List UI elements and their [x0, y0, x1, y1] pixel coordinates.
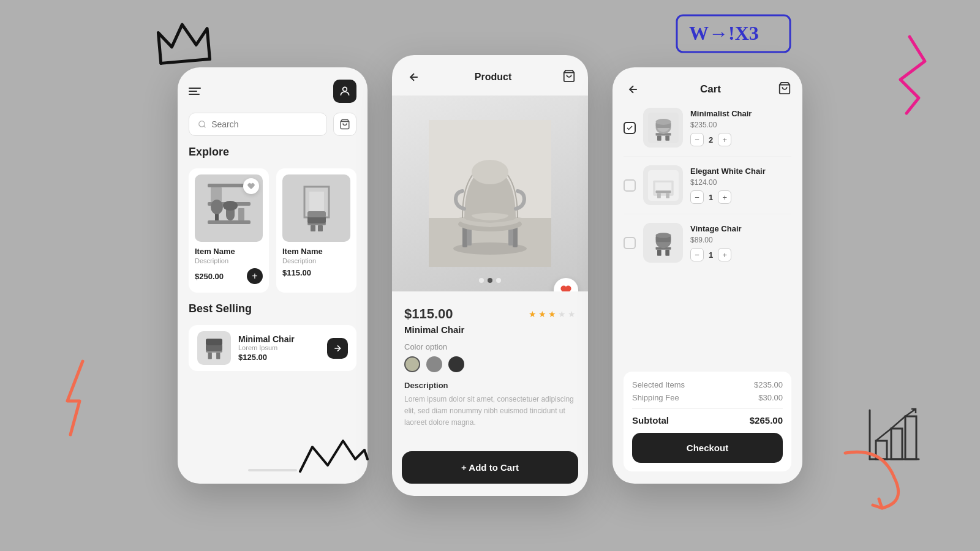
svg-point-45: [655, 119, 671, 125]
qty-minus-1[interactable]: −: [690, 133, 704, 146]
explore-header: [189, 80, 356, 103]
search-icon: [198, 119, 206, 129]
qty-plus-1[interactable]: +: [718, 133, 731, 146]
cart-item-3: Vintage Chair $89.00 − 1 +: [624, 223, 791, 263]
bs-item-desc: Lorem Ipsum: [238, 344, 320, 351]
product-details: $115.00 ★ ★ ★ ★ ★ Minimal Chair Color op…: [392, 291, 588, 451]
card-1-body: Item Name Description $250.00 +: [195, 242, 263, 287]
wave-doodle: [294, 435, 374, 484]
lightning-doodle: [55, 355, 98, 441]
arrow-doodle: [833, 441, 919, 514]
qty-plus-2[interactable]: +: [718, 190, 731, 204]
bs-arrow-button[interactable]: [327, 338, 348, 359]
cart-item-3-name: Vintage Chair: [690, 224, 791, 233]
svg-rect-21: [208, 353, 212, 359]
card-2-image: [282, 174, 350, 242]
color-option-1[interactable]: [404, 356, 420, 372]
shipping-label: Shipping Fee: [632, 393, 679, 402]
heart-float-button[interactable]: [554, 278, 578, 291]
svg-rect-10: [238, 208, 244, 220]
cart-title: Cart: [700, 83, 721, 96]
bs-item-image: [197, 331, 231, 365]
card-1-name: Item Name: [195, 247, 263, 256]
search-input-wrap[interactable]: [189, 113, 327, 136]
svg-line-2: [204, 126, 206, 128]
explore-card-2[interactable]: Item Name Description $115.00: [276, 168, 356, 293]
cart-checkbox-1[interactable]: [624, 122, 636, 134]
svg-rect-55: [665, 249, 669, 255]
zigzag-doodle: [888, 31, 931, 116]
product-hero-image: [392, 96, 588, 291]
add-button-1[interactable]: +: [247, 268, 263, 284]
cart-back-button[interactable]: [624, 80, 643, 99]
star-5: ★: [568, 309, 576, 319]
dot-1: [479, 278, 484, 283]
star-4: ★: [558, 309, 566, 319]
svg-rect-22: [216, 353, 220, 359]
menu-icon[interactable]: [189, 88, 201, 95]
card-1-price: $250.00: [195, 272, 224, 281]
cart-item-3-info: Vintage Chair $89.00 − 1 +: [690, 224, 791, 261]
desc-text: Lorem ipsum dolor sit amet, consectetuer…: [404, 394, 576, 429]
card-1-footer: $250.00 +: [195, 268, 263, 284]
cart-icon-button[interactable]: [562, 69, 576, 85]
cart-checkbox-2[interactable]: [624, 179, 636, 192]
color-section: Color option: [404, 342, 576, 372]
svg-rect-54: [657, 249, 662, 255]
shipping-row: Shipping Fee $30.00: [632, 393, 783, 402]
checkout-button[interactable]: Checkout: [632, 433, 783, 463]
svg-rect-42: [657, 135, 662, 140]
card-1-desc: Description: [195, 257, 263, 264]
cart-item-1: Minimalist Chair $235.00 − 2 +: [624, 108, 791, 148]
qty-control-3: − 1 +: [690, 248, 791, 261]
card-2-name: Item Name: [282, 247, 350, 256]
cart-button-small[interactable]: [333, 113, 356, 136]
svg-point-12: [211, 200, 223, 214]
explore-title: Explore: [189, 146, 356, 159]
cart-icon-product: [562, 69, 576, 83]
search-input[interactable]: [211, 119, 318, 129]
cart-item-2-info: Elegant White Chair $124.00 − 1 +: [690, 167, 791, 204]
divider-2: [624, 214, 791, 214]
cart-bag-icon: [778, 81, 791, 95]
frame-illustration: [292, 181, 341, 236]
back-button[interactable]: [404, 67, 424, 87]
phone-product: Product: [392, 55, 588, 496]
arrow-right-icon: [333, 343, 342, 353]
qty-minus-2[interactable]: −: [690, 190, 704, 204]
cart-item-3-img: [643, 223, 683, 263]
cart-header-icon[interactable]: [778, 81, 791, 97]
subtotal-label: Subtotal: [632, 415, 669, 425]
cart-item-1-info: Minimalist Chair $235.00 − 2 +: [690, 109, 791, 146]
star-1: ★: [529, 309, 537, 319]
star-2: ★: [538, 309, 546, 319]
cart-item-3-price: $89.00: [690, 236, 791, 244]
bs-item-name: Minimal Chair: [238, 334, 320, 344]
description-section: Description Lorem ipsum dolor sit amet, …: [404, 381, 576, 429]
qty-num-3: 1: [709, 250, 713, 260]
color-option-3[interactable]: [448, 356, 464, 372]
qty-minus-3[interactable]: −: [690, 248, 704, 261]
dot-2-active: [488, 278, 492, 283]
cart-item-1-name: Minimalist Chair: [690, 109, 791, 118]
product-name: Minimal Chair: [404, 324, 576, 335]
explore-grid: Item Name Description $250.00 +: [189, 168, 356, 293]
scroll-bar: [248, 469, 297, 471]
crown-doodle: [151, 16, 217, 70]
explore-card-1[interactable]: Item Name Description $250.00 +: [189, 168, 269, 293]
svg-rect-19: [307, 211, 326, 217]
avatar-button[interactable]: [333, 80, 356, 103]
image-dots: [479, 278, 501, 283]
qty-plus-3[interactable]: +: [718, 248, 731, 261]
cart-checkbox-3[interactable]: [624, 237, 636, 249]
svg-rect-17: [318, 225, 323, 231]
svg-rect-43: [665, 135, 669, 140]
best-selling-item-1[interactable]: Minimal Chair Lorem Ipsum $125.00: [189, 325, 356, 371]
add-to-cart-button[interactable]: + Add to Cart: [402, 451, 578, 484]
heart-badge-1[interactable]: [243, 178, 259, 194]
svg-rect-50: [657, 193, 661, 198]
qty-control-2: − 1 +: [690, 190, 791, 204]
card-2-body: Item Name Description $115.00: [282, 242, 350, 280]
cart-icon: [339, 119, 350, 130]
color-option-2[interactable]: [426, 356, 442, 372]
